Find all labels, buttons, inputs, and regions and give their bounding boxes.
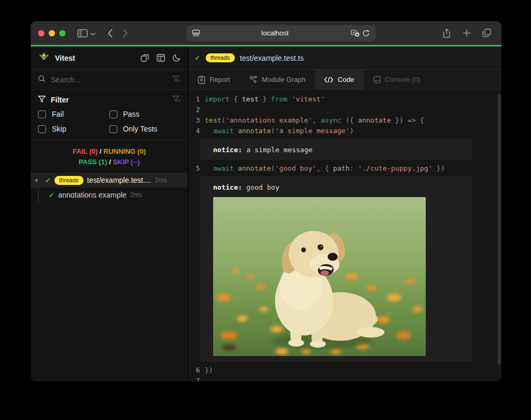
line-number: 5 [188,163,200,174]
collapse-panels-icon[interactable] [141,54,149,62]
close-window-button[interactable] [38,30,44,36]
tab-overview-icon[interactable] [479,26,494,41]
code-viewer[interactable]: 1import { test } from 'vitest'23test('an… [188,90,501,381]
test-case-duration: 2ms [130,191,142,199]
code-line: 6}) [188,365,501,376]
chevron-down-icon[interactable]: ▾ [35,177,41,184]
annotation-notice: notice: good boy [200,176,472,362]
vitest-logo-icon [38,51,50,64]
dashboard-icon[interactable] [157,54,165,62]
sidebar-toggle-icon[interactable] [75,26,90,41]
line-number: 3 [188,115,200,126]
code-text: await annotate('good boy', { path: './cu… [205,163,445,174]
share-icon[interactable] [439,26,454,41]
code-text: import { test } from 'vitest' [205,94,325,105]
annotation-notice: notice: a simple message [200,139,472,160]
back-button-icon[interactable] [103,26,117,41]
line-number: 7 [188,376,200,381]
checkbox-pass[interactable]: Pass [109,110,181,118]
svg-text:★: ★ [355,33,359,36]
file-header: ✓ threads test/example.test.ts [188,46,501,70]
line-number: 4 [188,126,200,136]
tab-console[interactable]: Console (0) [364,70,430,89]
filter-label: Filter [51,96,167,104]
indent-guide [38,188,39,202]
minimize-window-button[interactable] [49,30,55,36]
notice-attachment [213,197,463,356]
pass-check-icon: ✓ [49,191,54,199]
pool-badge: threads [54,176,84,185]
scrollbar-thumb[interactable] [498,94,501,365]
notice-text: notice: a simple message [213,145,463,154]
sidebar-menu-chevron-icon[interactable] [90,29,97,38]
test-case-name: annotations example [58,191,126,199]
forward-button-icon[interactable] [117,26,132,41]
main-panel: ✓ threads test/example.test.ts Report [188,46,501,381]
fail-count: FAIL (0) [72,147,97,155]
reader-icon[interactable] [190,26,201,41]
sidebar: Vitest [31,46,188,381]
reload-icon[interactable] [361,26,371,41]
url-text: localhost [201,29,349,37]
code-line: 1import { test } from 'vitest' [188,94,501,105]
puppy-image [213,197,426,356]
code-text: await annotate('a simple message') [205,126,354,136]
pool-badge: threads [206,53,235,62]
pass-count: PASS (1) [79,158,107,166]
test-file-duration: 2ms [155,176,167,184]
test-file-name: test/example.test.... [87,176,151,184]
tab-report[interactable]: Report [188,70,240,89]
tab-bar: Report Module Graph Code [188,70,501,90]
running-count: RUNNING (0) [104,147,146,155]
checkbox-fail[interactable]: Fail [38,110,109,118]
code-line: 4 await annotate('a simple message') [188,126,501,136]
pass-check-icon: ✓ [195,54,200,62]
translate-icon[interactable]: A ★ [349,26,361,41]
tab-module-graph[interactable]: Module Graph [240,70,315,89]
checkbox-only-tests[interactable]: Only Tests [109,125,181,133]
line-number: 1 [188,94,200,105]
line-number: 2 [188,105,200,115]
clear-search-filter-icon[interactable] [172,75,180,85]
file-path: test/example.test.ts [240,54,304,62]
zoom-window-button[interactable] [59,30,66,36]
tab-code[interactable]: Code [315,70,363,89]
browser-window: localhost A ★ [31,21,501,381]
code-line: 2 [188,105,501,115]
test-case-row[interactable]: ✓ annotations example 2ms [31,188,188,202]
filter-section: Filter Fail Pass Skip Only Tests [31,90,188,140]
pass-check-icon: ✓ [45,176,51,184]
code-line: 3test('annotations example', async ({ an… [188,115,501,126]
test-file-row[interactable]: ▾ ✓ threads test/example.test.... 2ms [31,173,188,188]
search-icon [38,75,45,85]
skip-count: SKIP (--) [113,158,140,166]
code-line: 5 await annotate('good boy', { path: './… [188,163,501,174]
address-bar[interactable]: localhost A ★ [186,25,376,41]
code-text: }) [205,365,213,376]
browser-toolbar: localhost A ★ [31,21,501,45]
test-status-summary: FAIL (0) / RUNNING (0) PASS (1) / SKIP (… [31,140,188,173]
test-tree: ▾ ✓ threads test/example.test.... 2ms ✓ … [31,173,188,202]
app-title: Vitest [55,54,141,62]
checkbox-skip[interactable]: Skip [38,125,109,133]
svg-text:A: A [352,31,355,34]
code-text: test('annotations example', async ({ ann… [205,115,424,126]
search-input[interactable] [51,76,167,84]
notice-text: notice: good boy [213,183,463,192]
new-tab-icon[interactable] [459,26,474,41]
funnel-icon [38,95,45,105]
line-number: 6 [188,365,200,376]
dark-mode-moon-icon[interactable] [172,54,180,62]
window-controls [38,30,66,36]
clear-filter-icon[interactable] [172,95,180,105]
code-line: 7 [188,376,501,381]
